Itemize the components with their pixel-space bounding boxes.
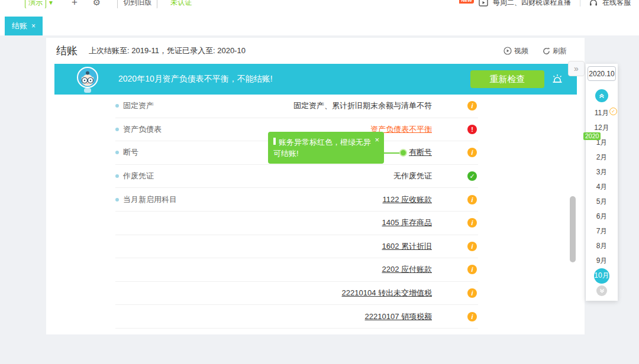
- closing-status-text: 上次结账至: 2019-11，凭证已录入至: 2020-10: [89, 46, 246, 56]
- top-strip: 演示 ▼ + ⚙ 切到旧版 未认证 NEW 每周二、四财税课程直播 | 在线客服…: [0, 0, 639, 35]
- check-row-account: 22210104 转出未交增值税 i: [115, 282, 478, 306]
- bullet-icon: [115, 104, 119, 108]
- check-item-label: 固定资产: [123, 100, 154, 111]
- info-icon: i: [467, 265, 477, 274]
- collapse-panel-button[interactable]: »: [568, 61, 585, 76]
- check-row-account: 2202 应付账款 i: [115, 258, 478, 282]
- month-item-aug[interactable]: 8月: [586, 239, 618, 254]
- month-item-jul[interactable]: 7月: [586, 224, 618, 239]
- month-list: 11月 ✓ 12月 2020 1月 2月 3月 4月 5月 6月 7月 8月 9…: [586, 106, 618, 283]
- bullet-icon: [115, 151, 119, 154]
- tooltip-bar: [273, 138, 276, 145]
- hint-tooltip: 账务异常标红色，橙绿无异可结账! ×: [268, 132, 384, 164]
- error-icon: !: [467, 125, 477, 134]
- bullet-icon: [115, 198, 119, 202]
- workspace-badge[interactable]: 演示: [25, 0, 46, 8]
- month-item-sep[interactable]: 9月: [586, 254, 618, 268]
- chevron-down-icon[interactable]: ▼: [48, 0, 54, 6]
- check-item-label: 作废凭证: [123, 171, 154, 181]
- banner-message: 2020年10月资产负债表不平衡，不能结账!: [118, 74, 273, 84]
- check-row-account: 22210107 销项税额 i: [115, 305, 478, 329]
- info-icon: i: [467, 218, 477, 228]
- refresh-icon: [543, 47, 550, 55]
- check-item-result: 无作废凭证: [393, 171, 432, 181]
- close-icon[interactable]: ×: [375, 136, 379, 144]
- year-badge: 2020: [583, 132, 601, 140]
- month-item-oct-selected[interactable]: 10月: [586, 268, 618, 283]
- not-certified-link[interactable]: 未认证: [170, 0, 192, 8]
- check-row-void-voucher: 作废凭证 无作废凭证 ✓: [115, 165, 478, 188]
- period-value-box[interactable]: 2020.10: [588, 66, 616, 81]
- check-row-new-accounts: 当月新启用科目 1122 应收账款 i: [115, 188, 478, 212]
- account-link[interactable]: 1405 库存商品: [382, 217, 432, 228]
- check-item-label: 断号: [123, 147, 138, 158]
- close-icon[interactable]: ×: [31, 22, 36, 30]
- check-item-label: 当月新启用科目: [123, 194, 177, 205]
- live-course-link[interactable]: 每周二、四财税课程直播: [493, 0, 571, 8]
- scroll-up-button[interactable]: [595, 89, 608, 102]
- check-item-label: 资产负债表: [123, 124, 162, 135]
- info-icon: i: [467, 195, 477, 204]
- tab-label: 结账: [12, 21, 27, 31]
- scroll-down-button[interactable]: [596, 285, 607, 296]
- check-item-result: 固定资产、累计折旧期末余额与清单不符: [293, 100, 432, 111]
- add-button[interactable]: +: [72, 0, 78, 8]
- bullet-icon: [115, 128, 119, 131]
- period-selector-panel: 2020.10 11月 ✓ 12月 2020 1月 2月 3月 4月 5月 6月…: [586, 64, 618, 301]
- video-button[interactable]: 视频: [504, 46, 528, 56]
- gear-icon[interactable]: ⚙: [93, 0, 101, 8]
- tooltip-connector-line: [384, 152, 401, 154]
- online-service-link[interactable]: 在线客服: [602, 0, 631, 8]
- broken-number-link[interactable]: 有断号: [409, 147, 432, 158]
- account-link[interactable]: 2202 应付账款: [382, 264, 432, 275]
- account-link[interactable]: 1122 应收账款: [382, 194, 432, 205]
- info-icon: i: [467, 242, 477, 251]
- new-badge: NEW: [459, 0, 474, 4]
- warning-banner: 2020年10月资产负债表不平衡，不能结账! 重新检查: [54, 64, 577, 95]
- account-link[interactable]: 22210104 转出未交增值税: [342, 288, 432, 298]
- check-row-account: 1405 库存商品 i: [115, 212, 478, 235]
- bullet-icon: [115, 174, 119, 178]
- tab-closing[interactable]: 结账 ×: [5, 17, 43, 35]
- mascot-icon: [73, 65, 102, 93]
- month-item-may[interactable]: 5月: [586, 194, 618, 209]
- month-item-nov[interactable]: 11月 ✓: [586, 106, 618, 121]
- check-row-broken-number: 断号 有断号 i 账务异常标红色，橙绿无异可结账! ×: [115, 141, 478, 165]
- check-row-fixed-assets: 固定资产 固定资产、累计折旧期末余额与清单不符 i: [115, 95, 478, 118]
- month-item-apr[interactable]: 4月: [586, 180, 618, 194]
- closed-check-icon: ✓: [609, 108, 617, 115]
- panel-header: 结账 上次结账至: 2019-11，凭证已录入至: 2020-10 视频 刷新: [46, 38, 585, 64]
- info-icon: i: [467, 288, 477, 298]
- switch-old-version-button[interactable]: 切到旧版: [117, 0, 157, 8]
- double-chevron-up-icon: [598, 92, 605, 99]
- account-link[interactable]: 22210107 销项税额: [365, 311, 432, 322]
- page-title: 结账: [56, 44, 78, 58]
- topbar: 演示 ▼ + ⚙ 切到旧版 未认证 NEW 每周二、四财税课程直播 | 在线客服: [0, 0, 639, 8]
- month-item-jun[interactable]: 6月: [586, 209, 618, 224]
- alarm-icon[interactable]: [550, 72, 564, 86]
- play-circle-icon: [504, 47, 512, 55]
- info-icon: i: [467, 312, 477, 321]
- divider: |: [579, 0, 581, 6]
- tooltip-text: 账务异常标红色，橙绿无异可结账!: [273, 138, 371, 158]
- success-icon: ✓: [467, 171, 477, 181]
- check-list: 固定资产 固定资产、累计折旧期末余额与清单不符 i 资产负债表 资产负债表不平衡…: [115, 95, 478, 329]
- refresh-button[interactable]: 刷新: [543, 46, 567, 56]
- recheck-button[interactable]: 重新检查: [470, 70, 544, 88]
- double-chevron-down-icon: [599, 288, 605, 294]
- tooltip-anchor-dot: [399, 149, 407, 157]
- month-item-jan[interactable]: 2020 1月: [586, 135, 618, 150]
- video-course-icon: [479, 0, 488, 6]
- scrollbar-thumb[interactable]: [570, 196, 576, 262]
- info-icon: i: [467, 101, 477, 110]
- month-item-mar[interactable]: 3月: [586, 165, 618, 180]
- info-icon: i: [467, 148, 477, 157]
- account-link[interactable]: 1602 累计折旧: [382, 241, 432, 252]
- check-row-account: 1602 累计折旧 i: [115, 235, 478, 259]
- month-item-feb[interactable]: 2月: [586, 150, 618, 165]
- closing-panel: 结账 上次结账至: 2019-11，凭证已录入至: 2020-10 视频 刷新: [46, 38, 585, 334]
- headset-icon: [589, 0, 598, 6]
